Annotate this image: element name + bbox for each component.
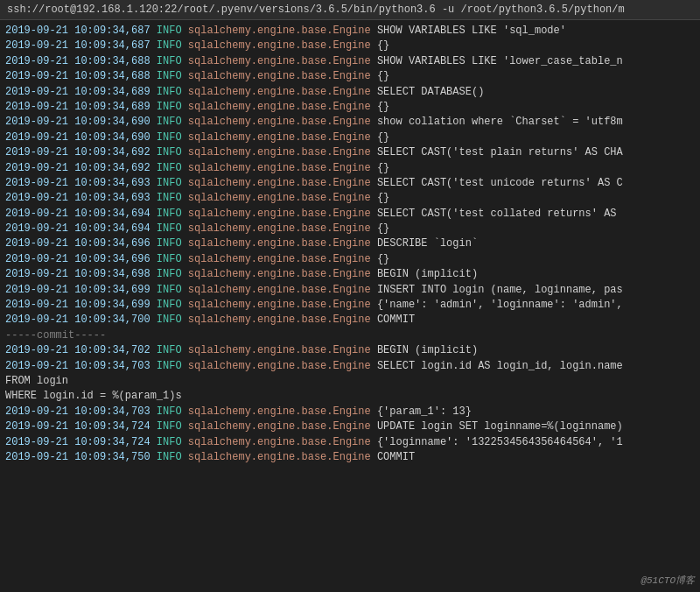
log-line: 2019-09-21 10:09:34,724 INFO sqlalchemy.… bbox=[5, 435, 695, 450]
log-line: 2019-09-21 10:09:34,696 INFO sqlalchemy.… bbox=[5, 252, 695, 267]
log-line: 2019-09-21 10:09:34,693 INFO sqlalchemy.… bbox=[5, 191, 695, 206]
title-text: ssh://root@192.168.1.120:22/root/.pyenv/… bbox=[7, 4, 625, 16]
log-line: 2019-09-21 10:09:34,694 INFO sqlalchemy.… bbox=[5, 222, 695, 236]
log-line: WHERE login.id = %(param_1)s bbox=[5, 389, 695, 404]
log-line: 2019-09-21 10:09:34,687 INFO sqlalchemy.… bbox=[5, 39, 695, 53]
log-line: 2019-09-21 10:09:34,699 INFO sqlalchemy.… bbox=[5, 298, 695, 313]
log-line: 2019-09-21 10:09:34,690 INFO sqlalchemy.… bbox=[5, 130, 695, 145]
title-bar: ssh://root@192.168.1.120:22/root/.pyenv/… bbox=[0, 0, 700, 20]
log-line: -----commit----- bbox=[5, 328, 695, 343]
log-line: 2019-09-21 10:09:34,688 INFO sqlalchemy.… bbox=[5, 54, 695, 69]
log-line: 2019-09-21 10:09:34,692 INFO sqlalchemy.… bbox=[5, 161, 695, 176]
log-line: 2019-09-21 10:09:34,703 INFO sqlalchemy.… bbox=[5, 405, 695, 419]
log-line: 2019-09-21 10:09:34,687 INFO sqlalchemy.… bbox=[5, 24, 695, 39]
log-line: 2019-09-21 10:09:34,693 INFO sqlalchemy.… bbox=[5, 176, 695, 191]
log-line: 2019-09-21 10:09:34,690 INFO sqlalchemy.… bbox=[5, 115, 695, 130]
watermark: @51CTO博客 bbox=[640, 574, 695, 587]
log-line: 2019-09-21 10:09:34,702 INFO sqlalchemy.… bbox=[5, 343, 695, 358]
log-line: 2019-09-21 10:09:34,750 INFO sqlalchemy.… bbox=[5, 450, 695, 465]
log-line: 2019-09-21 10:09:34,696 INFO sqlalchemy.… bbox=[5, 236, 695, 251]
log-line: 2019-09-21 10:09:34,692 INFO sqlalchemy.… bbox=[5, 145, 695, 160]
log-line: 2019-09-21 10:09:34,694 INFO sqlalchemy.… bbox=[5, 207, 695, 222]
log-line: 2019-09-21 10:09:34,688 INFO sqlalchemy.… bbox=[5, 69, 695, 84]
log-line: 2019-09-21 10:09:34,699 INFO sqlalchemy.… bbox=[5, 283, 695, 298]
log-line: 2019-09-21 10:09:34,698 INFO sqlalchemy.… bbox=[5, 267, 695, 282]
log-line: FROM login bbox=[5, 374, 695, 389]
log-line: 2019-09-21 10:09:34,689 INFO sqlalchemy.… bbox=[5, 85, 695, 100]
log-line: 2019-09-21 10:09:34,703 INFO sqlalchemy.… bbox=[5, 359, 695, 374]
terminal-window: ssh://root@192.168.1.120:22/root/.pyenv/… bbox=[0, 0, 700, 592]
log-line: 2019-09-21 10:09:34,700 INFO sqlalchemy.… bbox=[5, 313, 695, 328]
log-line: 2019-09-21 10:09:34,689 INFO sqlalchemy.… bbox=[5, 100, 695, 115]
log-line: 2019-09-21 10:09:34,724 INFO sqlalchemy.… bbox=[5, 419, 695, 434]
terminal-content[interactable]: 2019-09-21 10:09:34,687 INFO sqlalchemy.… bbox=[0, 20, 700, 589]
